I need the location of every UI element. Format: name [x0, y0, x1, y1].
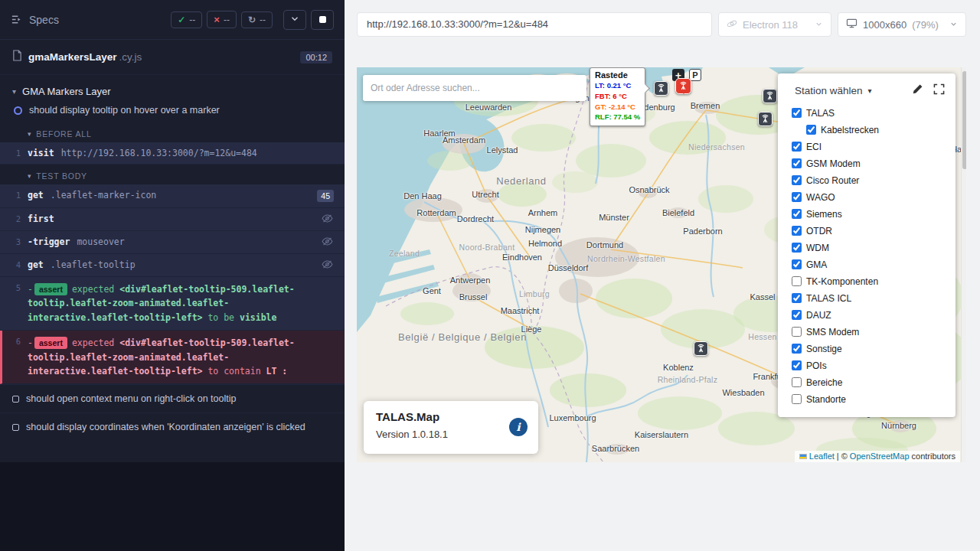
stage-header: http://192.168.10.33:3000/?m=12&u=484 El… [345, 0, 980, 37]
layer-label: TK-Komponenten [806, 276, 878, 287]
station-layer-item[interactable]: GMA [792, 259, 945, 270]
station-layer-item[interactable]: Sonstige [792, 343, 945, 354]
browser-select[interactable]: Electron 118 [718, 12, 831, 37]
assert-row-failed[interactable]: 6 -assertexpected <div#leaflet-tooltip-5… [0, 331, 345, 384]
stop-button[interactable] [311, 10, 334, 30]
command-args: .leaflet-tooltip [51, 259, 136, 270]
layer-checkbox[interactable] [792, 377, 802, 387]
scrollbar-thumb[interactable] [962, 71, 967, 169]
layer-checkbox[interactable] [792, 175, 802, 185]
station-layer-item[interactable]: WAGO [792, 191, 945, 203]
test-report: ▾ GMA Markers Layer should display toolt… [0, 75, 345, 462]
layer-checkbox[interactable] [792, 209, 802, 219]
pending-count: -- [260, 15, 266, 25]
station-layer-item[interactable]: DAUZ [792, 309, 945, 321]
station-marker-icon[interactable] [654, 81, 668, 96]
station-layer-item[interactable]: WDM [792, 242, 945, 253]
layer-checkbox[interactable] [792, 360, 802, 370]
chevron-down-icon [949, 19, 958, 31]
active-test-row[interactable]: should display tooltip on hover over a m… [0, 100, 345, 122]
failed-count-button[interactable]: × -- [207, 11, 237, 28]
layer-checkbox[interactable] [792, 108, 802, 118]
station-layer-item[interactable]: Siemens [792, 208, 945, 220]
layer-checkbox[interactable] [792, 243, 802, 253]
hovered-station-marker-icon[interactable] [675, 78, 691, 94]
command-row-trigger[interactable]: 3 -trigger mouseover [0, 231, 345, 254]
station-panel-header: Station wählen ▾ [778, 73, 956, 104]
edit-button[interactable] [912, 83, 923, 97]
station-layer-item[interactable]: Cisco Router [792, 174, 945, 186]
collapse-button[interactable] [283, 10, 306, 30]
station-layer-item[interactable]: ECI [792, 141, 945, 152]
station-marker-icon[interactable] [758, 112, 773, 126]
layer-label: SMS Modem [806, 327, 859, 337]
suite-row[interactable]: ▾ GMA Markers Layer [0, 78, 345, 100]
scrollbar[interactable] [961, 67, 966, 462]
layer-checkbox[interactable] [792, 293, 802, 303]
map-tooltip-rows: LT: 0.21 °CFBT: 6 °CGT: -2.14 °CRLF: 77.… [595, 80, 640, 122]
leaflet-link[interactable]: Leaflet [809, 452, 835, 461]
viewport-select[interactable]: 1000x660 (79%) [838, 12, 966, 37]
test-title: should display tooltip on hover over a m… [29, 105, 220, 116]
element-count-badge: 45 [317, 190, 334, 202]
station-layer-item[interactable]: SMS Modem [792, 326, 945, 337]
search-input[interactable] [371, 83, 579, 93]
station-layer-item[interactable]: Kabelstrecken [806, 124, 945, 135]
specs-button[interactable]: Specs [11, 14, 59, 26]
passed-count-button[interactable]: ✓ -- [171, 11, 202, 28]
station-marker-icon[interactable] [763, 89, 777, 103]
eye-slash-icon [322, 214, 334, 225]
layer-label: DAUZ [806, 310, 831, 321]
station-layer-item[interactable]: Bereiche [792, 377, 945, 388]
spec-bar[interactable]: gmaMarkersLayer .cy.js 00:12 [0, 40, 345, 75]
fullscreen-button[interactable] [933, 83, 945, 97]
layer-checkbox[interactable] [792, 142, 802, 152]
layer-checkbox[interactable] [806, 125, 816, 135]
layer-checkbox[interactable] [792, 259, 802, 269]
test-body-section[interactable]: ▾ TEST BODY [0, 165, 345, 184]
command-row-visit[interactable]: 1 visit http://192.168.10.33:3000/?m=12&… [0, 142, 345, 165]
station-layer-item[interactable]: POIs [792, 360, 945, 371]
layer-label: Kabelstrecken [821, 125, 879, 135]
station-layer-item[interactable]: TALAS ICL [792, 292, 945, 304]
before-all-section[interactable]: ▾ BEFORE ALL [0, 122, 345, 142]
station-layer-item[interactable]: TALAS [792, 107, 945, 119]
pending-test-row[interactable]: should display coordinates when 'Koordin… [0, 412, 345, 441]
command-row-get[interactable]: 1 get .leaflet-marker-icon 45 [0, 184, 345, 208]
command-number: 5 [11, 282, 21, 292]
url-bar[interactable]: http://192.168.10.33:3000/?m=12&u=484 [357, 12, 712, 37]
pending-test-row[interactable]: should open context menu on right-click … [0, 384, 345, 412]
app-info-card: TALAS.Map Version 1.0.18.1 i [364, 401, 538, 454]
station-layer-item[interactable]: TK-Komponenten [792, 276, 945, 287]
layer-checkbox[interactable] [792, 327, 802, 337]
command-row-first[interactable]: 2 first [0, 208, 345, 231]
app-title: TALAS.Map [376, 410, 526, 423]
layer-checkbox[interactable] [792, 192, 802, 202]
layer-label: OTDR [806, 226, 832, 236]
layer-label: WAGO [806, 192, 835, 203]
layer-checkbox[interactable] [792, 394, 802, 404]
layer-label: Standorte [806, 394, 846, 405]
layer-label: Bereiche [806, 377, 842, 388]
reporter: Specs ✓ -- × -- ↻ -- [0, 0, 345, 462]
station-layer-item[interactable]: GSM Modem [792, 158, 945, 169]
layer-checkbox[interactable] [792, 226, 802, 236]
command-number: 2 [11, 214, 21, 223]
info-button[interactable]: i [509, 418, 528, 436]
layer-checkbox[interactable] [792, 276, 802, 286]
parking-marker-icon[interactable]: P [689, 69, 701, 81]
layer-checkbox[interactable] [792, 158, 802, 168]
station-layer-item[interactable]: Standorte [792, 393, 945, 405]
station-select-dropdown[interactable]: Station wählen ▾ [795, 85, 872, 96]
assert-row-passed[interactable]: 5 -assertexpected <div#leaflet-tooltip-5… [0, 277, 345, 331]
layer-label: Siemens [806, 209, 842, 220]
leaflet-map[interactable]: NederlandBelgië / Belgique / BelgienNied… [357, 67, 966, 462]
layer-checkbox[interactable] [792, 310, 802, 320]
osm-link[interactable]: OpenStreetMap [850, 452, 910, 461]
layer-checkbox[interactable] [792, 344, 802, 354]
station-marker-icon[interactable] [694, 341, 708, 356]
pending-count-button[interactable]: ↻ -- [241, 11, 273, 28]
command-row-get-tooltip[interactable]: 4 get .leaflet-tooltip [0, 254, 345, 277]
station-layer-item[interactable]: OTDR [792, 225, 945, 236]
layer-label: WDM [806, 243, 829, 253]
